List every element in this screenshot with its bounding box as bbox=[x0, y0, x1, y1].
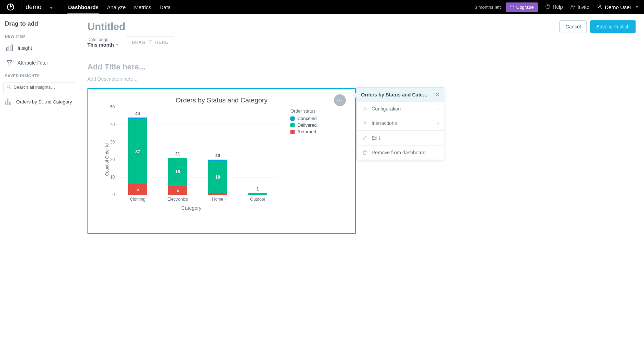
upgrade-label: Upgrade bbox=[516, 5, 534, 10]
bar-total-label: 1 bbox=[248, 187, 267, 192]
bar-value-label: 16 bbox=[168, 169, 187, 174]
swatch-icon bbox=[290, 123, 295, 127]
bar-segment-delivered[interactable] bbox=[248, 193, 267, 195]
saved-insight-label: Orders by S…nd Category bbox=[16, 99, 72, 105]
user-name: Demo User bbox=[605, 4, 631, 10]
svg-point-9 bbox=[364, 108, 366, 109]
trial-status: 3 months left bbox=[475, 5, 501, 10]
help-link[interactable]: Help bbox=[545, 4, 563, 11]
swatch-icon bbox=[290, 116, 295, 121]
bar-chart-icon bbox=[5, 99, 13, 105]
filter-bar: Date range This month DRAG HERE bbox=[79, 36, 644, 54]
close-icon[interactable]: ✕ bbox=[435, 91, 440, 98]
section-title-input[interactable]: Add Title here... bbox=[87, 62, 636, 74]
y-tick: 50 bbox=[107, 105, 115, 109]
insight-icon bbox=[6, 44, 13, 52]
bar-segment-returned[interactable]: 5 bbox=[168, 186, 187, 195]
swatch-icon bbox=[290, 130, 295, 134]
interactions-icon bbox=[362, 120, 368, 126]
date-range-label: Date range bbox=[87, 37, 119, 42]
widget-orders-by-status[interactable]: ⋯ Orders by Status and Category Count of… bbox=[87, 88, 356, 234]
brand-logo-icon[interactable] bbox=[5, 1, 16, 13]
bar-total-label: 44 bbox=[128, 111, 147, 116]
dashboard-canvas[interactable]: ⋯ Orders by Status and Category Count of… bbox=[79, 82, 644, 240]
bar-value-label: 5 bbox=[168, 188, 187, 193]
bar-total-label: 21 bbox=[168, 152, 187, 156]
gridline bbox=[116, 195, 278, 195]
svg-point-3 bbox=[571, 5, 573, 7]
x-tick: Clothing bbox=[130, 197, 145, 202]
nav-dashboards[interactable]: Dashboards bbox=[64, 0, 103, 14]
chevron-down-icon bbox=[636, 6, 638, 8]
bar-segment-delivered[interactable]: 37 bbox=[128, 119, 147, 184]
dashboard-header: Untitled Cancel Save & Publish bbox=[79, 14, 644, 36]
legend-item-canceled[interactable]: Canceled bbox=[290, 115, 317, 122]
svg-point-8 bbox=[7, 85, 10, 88]
user-menu[interactable]: Demo User bbox=[597, 4, 638, 11]
filter-icon bbox=[6, 59, 13, 67]
popover-interactions[interactable]: Interactions › bbox=[357, 116, 444, 130]
popover-configuration[interactable]: Configuration › bbox=[357, 101, 444, 116]
plot-area: 0102030405063744Clothing51621Electronics… bbox=[116, 107, 278, 195]
legend-title: Order status: bbox=[290, 108, 317, 114]
svg-rect-7 bbox=[11, 45, 13, 51]
main: Untitled Cancel Save & Publish Date rang… bbox=[79, 14, 644, 362]
bar-value-label: 37 bbox=[128, 149, 147, 154]
chevron-right-icon: › bbox=[437, 120, 439, 126]
cancel-button[interactable]: Cancel bbox=[559, 20, 587, 33]
bar-segment-returned[interactable] bbox=[208, 193, 227, 195]
svg-point-4 bbox=[599, 5, 600, 6]
popover-edit[interactable]: Edit bbox=[357, 130, 444, 145]
topbar: demo Dashboards Analyze Metrics Data 3 m… bbox=[0, 0, 644, 14]
save-publish-button[interactable]: Save & Publish bbox=[590, 20, 636, 33]
nav-metrics[interactable]: Metrics bbox=[130, 0, 155, 14]
workspace-switcher[interactable]: demo bbox=[26, 4, 55, 11]
filter-drop-zone[interactable]: DRAG HERE bbox=[126, 36, 174, 48]
nav-data[interactable]: Data bbox=[155, 0, 175, 14]
svg-rect-6 bbox=[9, 46, 10, 51]
main-nav: Dashboards Analyze Metrics Data bbox=[64, 0, 175, 14]
dashboard-title[interactable]: Untitled bbox=[87, 21, 125, 33]
x-tick: Home bbox=[212, 197, 223, 202]
section-description-input[interactable]: Add Description here... bbox=[87, 74, 636, 82]
x-tick: Outdoor bbox=[250, 197, 265, 202]
widget-menu-button[interactable]: ⋯ bbox=[334, 94, 346, 106]
sidebar-item-insight[interactable]: Insight bbox=[4, 41, 75, 55]
help-icon bbox=[545, 4, 551, 11]
sidebar-item-label: Insight bbox=[18, 45, 32, 51]
sidebar-item-label: Attribute Filter bbox=[18, 60, 48, 66]
chart-legend: Order status: Canceled Delivered Returne… bbox=[290, 108, 317, 135]
bar-total-label: 20 bbox=[208, 153, 227, 158]
x-tick: Electronics bbox=[167, 197, 188, 202]
popover-title: Orders by Status and Cate… bbox=[361, 92, 428, 98]
chevron-right-icon: › bbox=[437, 106, 439, 112]
legend-item-delivered[interactable]: Delivered bbox=[290, 122, 317, 128]
y-tick: 0 bbox=[107, 192, 115, 197]
saved-insight-item[interactable]: Orders by S…nd Category bbox=[4, 96, 75, 108]
y-tick: 10 bbox=[107, 175, 115, 180]
bar-segment-returned[interactable]: 6 bbox=[128, 184, 147, 195]
nav-analyze[interactable]: Analyze bbox=[103, 0, 130, 14]
popover-remove[interactable]: Remove from dashboard bbox=[357, 145, 444, 160]
upgrade-button[interactable]: Upgrade bbox=[506, 2, 538, 12]
divider bbox=[21, 0, 21, 14]
popover-header: Orders by Status and Cate… ✕ bbox=[357, 88, 444, 101]
legend-item-returned[interactable]: Returned bbox=[290, 128, 317, 135]
bar-segment-canceled[interactable] bbox=[128, 118, 147, 119]
bar-segment-canceled[interactable] bbox=[208, 160, 227, 161]
ellipsis-icon: ⋯ bbox=[336, 96, 344, 105]
search-insights-input[interactable] bbox=[4, 82, 75, 92]
svg-point-2 bbox=[547, 7, 548, 8]
search-icon bbox=[6, 84, 11, 90]
invite-link[interactable]: Invite bbox=[570, 4, 589, 11]
date-range-filter[interactable]: Date range This month bbox=[87, 37, 119, 48]
user-icon bbox=[597, 4, 603, 11]
gridline bbox=[116, 107, 278, 107]
date-range-value: This month bbox=[87, 42, 114, 48]
y-tick: 30 bbox=[107, 140, 115, 145]
sidebar-section-saved: SAVED INSIGHTS bbox=[4, 70, 75, 80]
filter-icon bbox=[148, 40, 152, 45]
bar-segment-delivered[interactable]: 16 bbox=[168, 158, 187, 186]
bar-segment-delivered[interactable]: 18 bbox=[208, 161, 227, 193]
sidebar-item-attribute-filter[interactable]: Attribute Filter bbox=[4, 55, 75, 70]
